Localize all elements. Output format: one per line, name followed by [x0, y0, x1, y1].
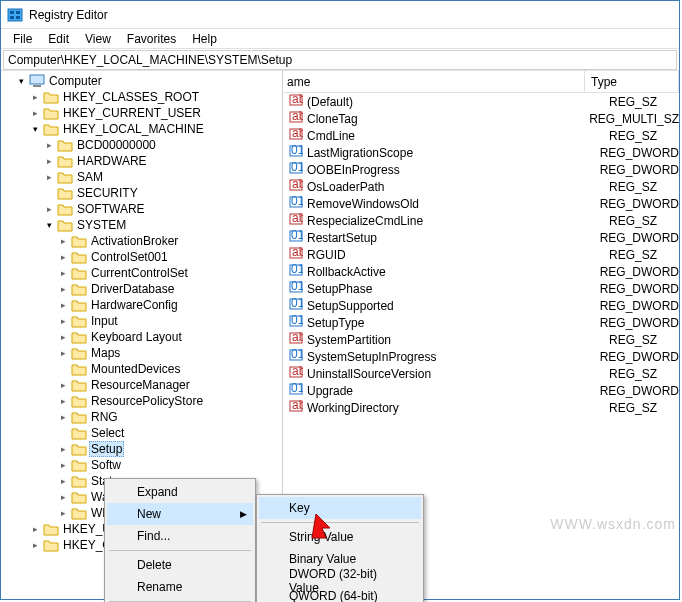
chevron-right-icon[interactable]: ▸: [57, 476, 69, 486]
table-row[interactable]: abCloneTagREG_MULTI_SZ: [283, 110, 679, 127]
tree-input[interactable]: ▸Input: [1, 313, 282, 329]
menu-file[interactable]: File: [5, 30, 40, 48]
list-header: ame Type: [283, 71, 679, 93]
table-row[interactable]: abCmdLineREG_SZ: [283, 127, 679, 144]
svg-text:011: 011: [291, 195, 303, 208]
tree-hardwareconfig[interactable]: ▸HardwareConfig: [1, 297, 282, 313]
table-row[interactable]: 011SetupPhaseREG_DWORD: [283, 280, 679, 297]
table-row[interactable]: 011UpgradeREG_DWORD: [283, 382, 679, 399]
chevron-right-icon[interactable]: ▸: [43, 140, 55, 150]
tree-hardware[interactable]: ▸HARDWARE: [1, 153, 282, 169]
tree-hklm[interactable]: ▾HKEY_LOCAL_MACHINE: [1, 121, 282, 137]
chevron-right-icon[interactable]: ▸: [57, 284, 69, 294]
tree-system[interactable]: ▾SYSTEM: [1, 217, 282, 233]
svg-text:011: 011: [291, 348, 303, 361]
col-type-header[interactable]: Type: [585, 71, 679, 92]
chevron-down-icon[interactable]: ▾: [15, 76, 27, 86]
chevron-right-icon[interactable]: ▸: [57, 332, 69, 342]
cm-expand[interactable]: Expand: [107, 481, 253, 503]
tree-select[interactable]: Select: [1, 425, 282, 441]
tree-bcd[interactable]: ▸BCD00000000: [1, 137, 282, 153]
menu-favorites[interactable]: Favorites: [119, 30, 184, 48]
cm-new[interactable]: New▶: [107, 503, 253, 525]
tree-activationbroker[interactable]: ▸ActivationBroker: [1, 233, 282, 249]
chevron-right-icon[interactable]: ▸: [43, 172, 55, 182]
chevron-right-icon[interactable]: ▸: [43, 204, 55, 214]
value-type: REG_DWORD: [594, 316, 679, 330]
chevron-right-icon[interactable]: ▸: [57, 412, 69, 422]
tree-mounteddevices[interactable]: MountedDevices: [1, 361, 282, 377]
tree-software-sub[interactable]: ▸Softw: [1, 457, 282, 473]
table-row[interactable]: abRespecializeCmdLineREG_SZ: [283, 212, 679, 229]
chevron-right-icon[interactable]: ▸: [57, 444, 69, 454]
tree-rng[interactable]: ▸RNG: [1, 409, 282, 425]
chevron-right-icon[interactable]: ▸: [29, 540, 41, 550]
menu-help[interactable]: Help: [184, 30, 225, 48]
table-row[interactable]: abSystemPartitionREG_SZ: [283, 331, 679, 348]
table-row[interactable]: ab(Default)REG_SZ: [283, 93, 679, 110]
tree-root[interactable]: ▾Computer: [1, 73, 282, 89]
chevron-right-icon[interactable]: ▸: [57, 268, 69, 278]
table-row[interactable]: 011SystemSetupInProgressREG_DWORD: [283, 348, 679, 365]
table-row[interactable]: 011RollbackActiveREG_DWORD: [283, 263, 679, 280]
cm-find[interactable]: Find...: [107, 525, 253, 547]
tree-sam[interactable]: ▸SAM: [1, 169, 282, 185]
cm-rename[interactable]: Rename: [107, 576, 253, 598]
tree-hkcr[interactable]: ▸HKEY_CLASSES_ROOT: [1, 89, 282, 105]
separator: [109, 550, 251, 551]
tree-resourcepolicystore[interactable]: ▸ResourcePolicyStore: [1, 393, 282, 409]
tree-software[interactable]: ▸SOFTWARE: [1, 201, 282, 217]
table-row[interactable]: 011SetupTypeREG_DWORD: [283, 314, 679, 331]
tree-setup[interactable]: ▸Setup: [1, 441, 282, 457]
chevron-down-icon[interactable]: ▾: [43, 220, 55, 230]
menu-view[interactable]: View: [77, 30, 119, 48]
chevron-right-icon[interactable]: ▸: [57, 300, 69, 310]
tree-controlset001[interactable]: ▸ControlSet001: [1, 249, 282, 265]
tree-hkcu[interactable]: ▸HKEY_CURRENT_USER: [1, 105, 282, 121]
value-name: SetupSupported: [307, 299, 394, 313]
chevron-right-icon[interactable]: ▸: [43, 156, 55, 166]
string-value-icon: ab: [289, 127, 303, 144]
tree-driverdatabase[interactable]: ▸DriverDatabase: [1, 281, 282, 297]
chevron-right-icon[interactable]: ▸: [57, 236, 69, 246]
chevron-right-icon[interactable]: ▸: [29, 108, 41, 118]
chevron-right-icon[interactable]: ▸: [57, 316, 69, 326]
chevron-right-icon[interactable]: ▸: [29, 92, 41, 102]
chevron-right-icon[interactable]: ▸: [57, 396, 69, 406]
table-row[interactable]: abRGUIDREG_SZ: [283, 246, 679, 263]
chevron-right-icon[interactable]: ▸: [57, 348, 69, 358]
table-row[interactable]: abWorkingDirectoryREG_SZ: [283, 399, 679, 416]
chevron-right-icon[interactable]: ▸: [57, 492, 69, 502]
col-name-header[interactable]: ame: [283, 71, 585, 92]
chevron-right-icon[interactable]: ▸: [57, 380, 69, 390]
table-row[interactable]: abOsLoaderPathREG_SZ: [283, 178, 679, 195]
table-row[interactable]: 011SetupSupportedREG_DWORD: [283, 297, 679, 314]
chevron-right-icon[interactable]: ▸: [57, 508, 69, 518]
tree-security[interactable]: SECURITY: [1, 185, 282, 201]
svg-text:011: 011: [291, 229, 303, 242]
value-name: RestartSetup: [307, 231, 377, 245]
binary-value-icon: 011: [289, 161, 303, 178]
table-row[interactable]: 011RestartSetupREG_DWORD: [283, 229, 679, 246]
table-row[interactable]: 011OOBEInProgressREG_DWORD: [283, 161, 679, 178]
value-type: REG_DWORD: [594, 146, 679, 160]
table-row[interactable]: abUninstallSourceVersionREG_SZ: [283, 365, 679, 382]
tree-resourcemanager[interactable]: ▸ResourceManager: [1, 377, 282, 393]
chevron-down-icon[interactable]: ▾: [29, 124, 41, 134]
tree-keyboardlayout[interactable]: ▸Keyboard Layout: [1, 329, 282, 345]
menu-edit[interactable]: Edit: [40, 30, 77, 48]
chevron-right-icon[interactable]: ▸: [29, 524, 41, 534]
tree-maps[interactable]: ▸Maps: [1, 345, 282, 361]
cm-qword[interactable]: QWORD (64-bit) Value: [259, 592, 421, 602]
cm-delete[interactable]: Delete: [107, 554, 253, 576]
chevron-right-icon[interactable]: ▸: [57, 460, 69, 470]
folder-icon: [43, 522, 59, 536]
chevron-right-icon[interactable]: ▸: [57, 252, 69, 262]
value-name: RemoveWindowsOld: [307, 197, 419, 211]
cm-string[interactable]: String Value: [259, 526, 421, 548]
table-row[interactable]: 011LastMigrationScopeREG_DWORD: [283, 144, 679, 161]
path-input[interactable]: [3, 50, 677, 70]
cm-key[interactable]: Key: [259, 497, 421, 519]
tree-currentcontrolset[interactable]: ▸CurrentControlSet: [1, 265, 282, 281]
table-row[interactable]: 011RemoveWindowsOldREG_DWORD: [283, 195, 679, 212]
